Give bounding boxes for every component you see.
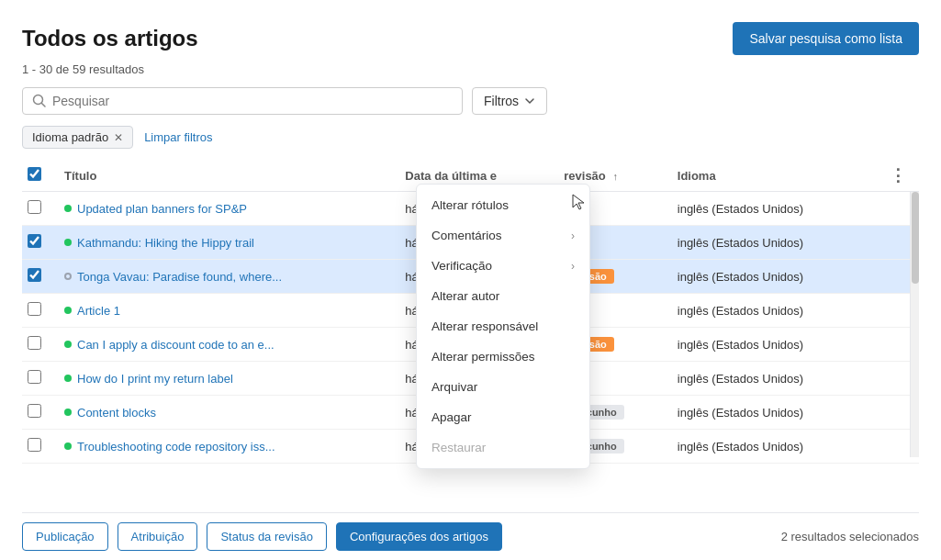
status-dot-green — [64, 442, 72, 450]
row-select-cell — [22, 396, 55, 430]
save-search-button[interactable]: Salvar pesquisa como lista — [733, 22, 919, 55]
header-row: Todos os artigos Salvar pesquisa como li… — [22, 22, 919, 55]
row-select-cell — [22, 328, 55, 362]
search-icon — [32, 94, 47, 108]
row-checkbox[interactable] — [28, 404, 41, 418]
row-title-cell: Article 1 — [55, 294, 396, 328]
row-checkbox[interactable] — [28, 336, 41, 350]
atribuicao-button[interactable]: Atribuição — [118, 522, 198, 551]
scrollbar-thumb[interactable] — [912, 192, 919, 284]
row-checkbox[interactable] — [28, 200, 41, 214]
chevron-down-icon — [524, 95, 535, 106]
row-title-cell: Tonga Vavau: Paradise found, where... — [55, 260, 396, 294]
submenu-arrow-icon: › — [571, 230, 575, 242]
article-title-link[interactable]: Kathmandu: Hiking the Hippy trail — [77, 236, 254, 250]
sort-icon: ↑ — [612, 171, 618, 182]
filter-tag-label: Idioma padrão — [32, 130, 108, 144]
menu-item-alterar-responsavel[interactable]: Alterar responsável — [417, 311, 589, 342]
column-options-icon[interactable]: ⋮ — [886, 164, 910, 186]
header-select-all[interactable] — [22, 160, 55, 192]
row-select-cell — [22, 226, 55, 260]
row-title-cell: Can I apply a discount code to an e... — [55, 328, 396, 362]
row-select-cell — [22, 362, 55, 396]
status-dot-green — [64, 341, 72, 348]
menu-item-arquivar[interactable]: Arquivar — [417, 372, 589, 402]
submenu-arrow-icon: › — [571, 260, 575, 273]
article-title-link[interactable]: Article 1 — [77, 304, 120, 318]
row-title-cell: Kathmandu: Hiking the Hippy trail — [55, 226, 396, 260]
menu-item-label: Alterar rótulos — [431, 198, 509, 212]
menu-item-label: Arquivar — [431, 380, 477, 394]
row-title-cell: Troubleshooting code repository iss... — [55, 430, 396, 464]
selected-count: 2 resultados selecionados — [781, 530, 919, 543]
bottom-bar: Publicação Atribuição Status da revisão … — [22, 512, 919, 560]
search-input[interactable] — [52, 94, 453, 108]
menu-item-alterar-permissoes[interactable]: Alterar permissões — [417, 342, 589, 372]
col-header-actions: ⋮ — [877, 160, 919, 192]
scrollbar[interactable] — [910, 192, 919, 457]
configuracoes-button[interactable]: Configurações dos artigos — [336, 522, 502, 551]
menu-item-label: Alterar permissões — [431, 350, 535, 364]
context-dropdown-menu: Alterar rótulosComentários›Verificação›A… — [416, 184, 590, 469]
menu-item-alterar-rotulos[interactable]: Alterar rótulos — [417, 190, 589, 220]
results-count: 1 - 30 de 59 resultados — [22, 62, 919, 76]
article-title-link[interactable]: Can I apply a discount code to an e... — [77, 338, 274, 352]
row-checkbox[interactable] — [28, 438, 41, 452]
row-language-cell: inglês (Estados Unidos) — [668, 294, 877, 328]
status-dot-green — [64, 307, 72, 314]
menu-item-label: Restaurar — [431, 441, 486, 454]
article-title-link[interactable]: Tonga Vavau: Paradise found, where... — [77, 270, 282, 284]
search-box — [22, 87, 463, 115]
status-dot-green — [64, 409, 72, 416]
menu-item-verificacao[interactable]: Verificação› — [417, 251, 589, 281]
row-checkbox[interactable] — [28, 234, 41, 248]
row-select-cell — [22, 260, 55, 294]
row-title-cell: Content blocks — [55, 396, 396, 430]
menu-item-apagar[interactable]: Apagar — [417, 402, 589, 432]
menu-item-alterar-autor[interactable]: Alterar autor — [417, 281, 589, 311]
row-language-cell: inglês (Estados Unidos) — [668, 328, 877, 362]
row-checkbox[interactable] — [28, 370, 41, 384]
article-title-link[interactable]: Updated plan banners for SP&P — [77, 202, 247, 216]
status-dot-green — [64, 375, 72, 382]
row-select-cell — [22, 294, 55, 328]
row-language-cell: inglês (Estados Unidos) — [668, 226, 877, 260]
filter-tags-row: Idioma padrão ✕ Limpar filtros — [22, 126, 919, 149]
search-filter-row: Filtros — [22, 87, 919, 115]
status-dot-green — [64, 239, 72, 246]
status-revisao-button[interactable]: Status da revisão — [207, 522, 326, 551]
row-select-cell — [22, 192, 55, 226]
col-header-language: Idioma — [668, 160, 877, 192]
col-header-title: Título — [55, 160, 396, 192]
select-all-checkbox[interactable] — [28, 167, 41, 181]
active-filter-tag: Idioma padrão ✕ — [22, 126, 133, 149]
row-title-cell: Updated plan banners for SP&P — [55, 192, 396, 226]
filters-label: Filtros — [484, 94, 519, 108]
status-dot-outline — [64, 273, 72, 280]
row-language-cell: inglês (Estados Unidos) — [668, 192, 877, 226]
svg-line-1 — [42, 104, 46, 107]
row-language-cell: inglês (Estados Unidos) — [668, 430, 877, 464]
row-title-cell: How do I print my return label — [55, 362, 396, 396]
row-language-cell: inglês (Estados Unidos) — [668, 362, 877, 396]
row-checkbox[interactable] — [28, 302, 41, 316]
menu-item-restaurar: Restaurar — [417, 432, 589, 463]
menu-item-label: Comentários — [431, 229, 502, 242]
filters-button[interactable]: Filtros — [472, 87, 547, 115]
article-title-link[interactable]: How do I print my return label — [77, 372, 233, 386]
row-language-cell: inglês (Estados Unidos) — [668, 396, 877, 430]
article-title-link[interactable]: Content blocks — [77, 406, 156, 420]
menu-item-label: Alterar autor — [431, 289, 499, 303]
clear-filters-button[interactable]: Limpar filtros — [144, 130, 212, 144]
row-checkbox[interactable] — [28, 268, 41, 282]
page-title: Todos os artigos — [22, 26, 198, 51]
publicacao-button[interactable]: Publicação — [22, 522, 108, 551]
menu-item-label: Verificação — [431, 259, 492, 273]
remove-filter-icon[interactable]: ✕ — [114, 131, 123, 144]
row-select-cell — [22, 430, 55, 464]
menu-item-label: Alterar responsável — [431, 319, 538, 333]
article-title-link[interactable]: Troubleshooting code repository iss... — [77, 440, 275, 454]
menu-item-comentarios[interactable]: Comentários› — [417, 220, 589, 251]
status-dot-green — [64, 205, 72, 212]
menu-item-label: Apagar — [431, 410, 472, 424]
